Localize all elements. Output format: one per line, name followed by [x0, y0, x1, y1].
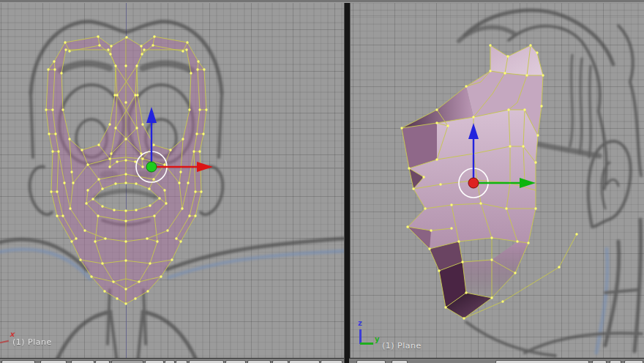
header-button[interactable] — [247, 360, 271, 363]
object-name-label-front: (1) Plane — [12, 337, 52, 347]
viewport-divider[interactable] — [344, 0, 351, 363]
header-button[interactable] — [392, 360, 408, 363]
viewport-side[interactable]: z y (1) Plane — [349, 0, 644, 363]
header-button[interactable] — [145, 360, 164, 363]
header-button[interactable] — [111, 360, 143, 363]
header-button[interactable] — [189, 360, 224, 363]
header-menu-field[interactable] — [495, 360, 589, 363]
axis-z-bar-icon — [359, 329, 362, 344]
header-button[interactable] — [40, 360, 67, 363]
header-button[interactable] — [71, 360, 94, 363]
axis-y-bar-icon — [360, 343, 373, 345]
header-button[interactable] — [272, 360, 288, 363]
header-button[interactable] — [225, 360, 246, 363]
viewport-front[interactable]: x (1) Plane — [0, 0, 344, 363]
translate-arrow-x[interactable] — [197, 162, 213, 172]
translate-arrow-z[interactable] — [146, 107, 157, 123]
header-button[interactable] — [165, 360, 175, 363]
facet-jaw — [463, 242, 528, 298]
header-button[interactable] — [356, 360, 386, 363]
header-button[interactable] — [95, 360, 110, 363]
header-button[interactable] — [592, 360, 607, 363]
axis-y-icon: y — [375, 335, 380, 343]
pivot-dot — [468, 178, 479, 188]
pivot-dot — [146, 162, 157, 172]
header-button[interactable] — [321, 360, 342, 363]
header-button[interactable] — [624, 360, 643, 363]
header-button[interactable] — [176, 360, 187, 363]
object-name-label-side: (1) Plane — [382, 341, 422, 351]
header-strip-front — [0, 358, 344, 363]
top-edge-strip — [0, 0, 644, 3]
header-button[interactable] — [289, 360, 320, 363]
axis-z-icon: z — [358, 319, 362, 327]
header-button[interactable] — [610, 360, 621, 363]
header-button[interactable] — [1, 360, 35, 363]
mesh-side[interactable] — [400, 44, 577, 319]
blender-window: x (1) Plane — [0, 0, 644, 363]
header-strip-side — [349, 358, 644, 363]
